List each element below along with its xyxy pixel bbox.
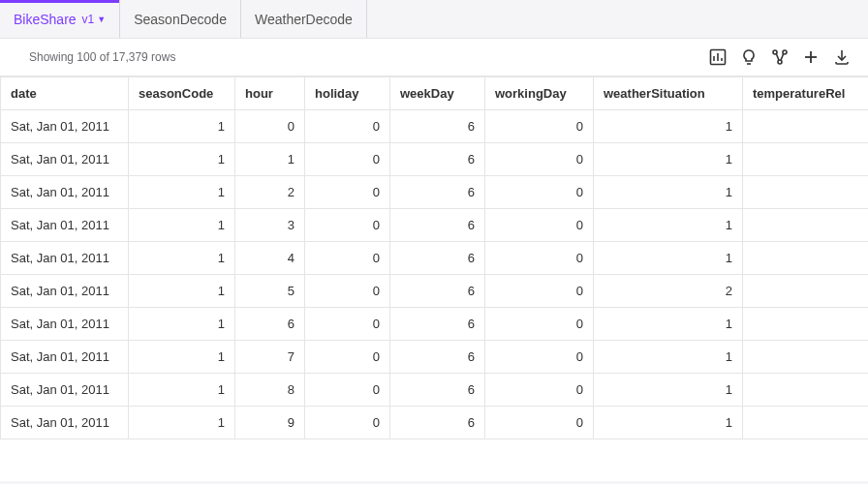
cell-weathersituation[interactable]: 1: [594, 341, 743, 374]
cell-weekday[interactable]: 6: [390, 407, 485, 439]
cell-temperaturerel[interactable]: [743, 308, 869, 341]
cell-workingday[interactable]: 0: [485, 341, 594, 374]
cell-workingday[interactable]: 0: [485, 308, 594, 341]
cell-holiday[interactable]: 0: [305, 110, 390, 143]
cell-weathersituation[interactable]: 1: [594, 143, 743, 176]
cell-seasoncode[interactable]: 1: [129, 176, 235, 209]
cell-holiday[interactable]: 0: [305, 242, 390, 275]
cell-holiday[interactable]: 0: [305, 275, 390, 308]
table-row[interactable]: Sat, Jan 01, 2011160601: [1, 308, 869, 341]
cell-hour[interactable]: 0: [235, 110, 305, 143]
cell-weathersituation[interactable]: 1: [594, 110, 743, 143]
cell-seasoncode[interactable]: 1: [129, 308, 235, 341]
cell-temperaturerel[interactable]: [743, 143, 869, 176]
cell-date[interactable]: Sat, Jan 01, 2011: [1, 242, 129, 275]
column-header-holiday[interactable]: holiday: [305, 77, 390, 110]
cell-workingday[interactable]: 0: [485, 407, 594, 439]
cell-seasoncode[interactable]: 1: [129, 110, 235, 143]
cell-holiday[interactable]: 0: [305, 308, 390, 341]
cell-weekday[interactable]: 6: [390, 176, 485, 209]
cell-weekday[interactable]: 6: [390, 242, 485, 275]
table-scroll-area[interactable]: date seasonCode hour holiday weekDay wor…: [0, 76, 868, 481]
cell-weekday[interactable]: 6: [390, 209, 485, 242]
cell-seasoncode[interactable]: 1: [129, 209, 235, 242]
cell-temperaturerel[interactable]: [743, 209, 869, 242]
cell-hour[interactable]: 4: [235, 242, 305, 275]
cell-date[interactable]: Sat, Jan 01, 2011: [1, 110, 129, 143]
cell-date[interactable]: Sat, Jan 01, 2011: [1, 407, 129, 439]
cell-date[interactable]: Sat, Jan 01, 2011: [1, 308, 129, 341]
cell-seasoncode[interactable]: 1: [129, 143, 235, 176]
column-header-temperaturerel[interactable]: temperatureRel: [743, 77, 869, 110]
table-row[interactable]: Sat, Jan 01, 2011170601: [1, 341, 869, 374]
cell-weathersituation[interactable]: 1: [594, 308, 743, 341]
table-row[interactable]: Sat, Jan 01, 2011150602: [1, 275, 869, 308]
cell-temperaturerel[interactable]: [743, 242, 869, 275]
cell-date[interactable]: Sat, Jan 01, 2011: [1, 209, 129, 242]
column-header-seasoncode[interactable]: seasonCode: [129, 77, 235, 110]
cell-temperaturerel[interactable]: [743, 374, 869, 407]
chart-icon[interactable]: [709, 48, 727, 66]
column-header-date[interactable]: date: [1, 77, 129, 110]
cell-date[interactable]: Sat, Jan 01, 2011: [1, 374, 129, 407]
cell-holiday[interactable]: 0: [305, 209, 390, 242]
table-row[interactable]: Sat, Jan 01, 2011130601: [1, 209, 869, 242]
cell-date[interactable]: Sat, Jan 01, 2011: [1, 176, 129, 209]
cell-temperaturerel[interactable]: [743, 176, 869, 209]
cell-holiday[interactable]: 0: [305, 176, 390, 209]
cell-weekday[interactable]: 6: [390, 143, 485, 176]
cell-workingday[interactable]: 0: [485, 143, 594, 176]
cell-weathersituation[interactable]: 2: [594, 275, 743, 308]
lightbulb-icon[interactable]: [740, 48, 758, 66]
cell-weekday[interactable]: 6: [390, 275, 485, 308]
plus-icon[interactable]: [802, 48, 820, 66]
cell-seasoncode[interactable]: 1: [129, 275, 235, 308]
cell-weathersituation[interactable]: 1: [594, 407, 743, 439]
cell-workingday[interactable]: 0: [485, 209, 594, 242]
cell-seasoncode[interactable]: 1: [129, 242, 235, 275]
cell-holiday[interactable]: 0: [305, 407, 390, 439]
cell-weathersituation[interactable]: 1: [594, 374, 743, 407]
cell-workingday[interactable]: 0: [485, 110, 594, 143]
cell-hour[interactable]: 2: [235, 176, 305, 209]
tab-weatherdecode[interactable]: WeatherDecode: [241, 0, 367, 38]
cell-workingday[interactable]: 0: [485, 275, 594, 308]
table-row[interactable]: Sat, Jan 01, 2011100601: [1, 110, 869, 143]
cell-hour[interactable]: 6: [235, 308, 305, 341]
column-header-weathersituation[interactable]: weatherSituation: [594, 77, 743, 110]
table-row[interactable]: Sat, Jan 01, 2011180601: [1, 374, 869, 407]
cell-temperaturerel[interactable]: [743, 110, 869, 143]
cell-weekday[interactable]: 6: [390, 308, 485, 341]
table-row[interactable]: Sat, Jan 01, 2011120601: [1, 176, 869, 209]
cell-temperaturerel[interactable]: [743, 275, 869, 308]
cell-holiday[interactable]: 0: [305, 143, 390, 176]
column-header-weekday[interactable]: weekDay: [390, 77, 485, 110]
tab-bikeshare[interactable]: BikeShare v1 ▼: [0, 0, 120, 38]
cell-holiday[interactable]: 0: [305, 341, 390, 374]
cell-date[interactable]: Sat, Jan 01, 2011: [1, 275, 129, 308]
cell-hour[interactable]: 7: [235, 341, 305, 374]
cell-workingday[interactable]: 0: [485, 374, 594, 407]
column-header-hour[interactable]: hour: [235, 77, 305, 110]
chevron-down-icon[interactable]: ▼: [97, 15, 106, 24]
cell-weekday[interactable]: 6: [390, 341, 485, 374]
cell-hour[interactable]: 5: [235, 275, 305, 308]
cell-workingday[interactable]: 0: [485, 242, 594, 275]
cell-seasoncode[interactable]: 1: [129, 407, 235, 439]
cell-hour[interactable]: 8: [235, 374, 305, 407]
table-row[interactable]: Sat, Jan 01, 2011110601: [1, 143, 869, 176]
cell-weathersituation[interactable]: 1: [594, 209, 743, 242]
cell-temperaturerel[interactable]: [743, 407, 869, 439]
cell-date[interactable]: Sat, Jan 01, 2011: [1, 341, 129, 374]
cell-seasoncode[interactable]: 1: [129, 374, 235, 407]
tab-seasondecode[interactable]: SeasonDecode: [120, 0, 241, 38]
cell-date[interactable]: Sat, Jan 01, 2011: [1, 143, 129, 176]
table-row[interactable]: Sat, Jan 01, 2011140601: [1, 242, 869, 275]
cell-hour[interactable]: 9: [235, 407, 305, 439]
table-row[interactable]: Sat, Jan 01, 2011190601: [1, 407, 869, 439]
download-icon[interactable]: [833, 48, 851, 66]
cell-seasoncode[interactable]: 1: [129, 341, 235, 374]
cell-temperaturerel[interactable]: [743, 341, 869, 374]
cell-workingday[interactable]: 0: [485, 176, 594, 209]
cell-weathersituation[interactable]: 1: [594, 176, 743, 209]
